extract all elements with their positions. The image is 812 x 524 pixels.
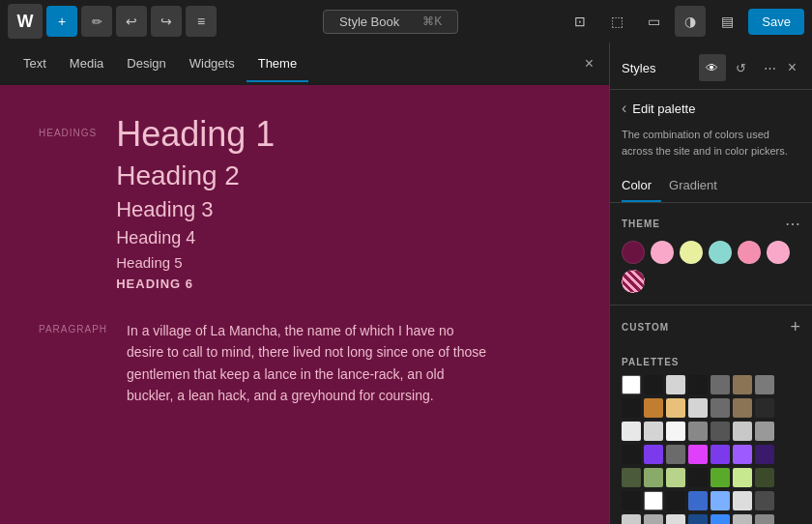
custom-label: CUSTOM [622, 322, 790, 333]
p5-c5[interactable] [710, 468, 730, 487]
p6-c4[interactable] [688, 491, 708, 510]
p2-c6[interactable] [733, 398, 752, 418]
gradient-tab[interactable]: Gradient [669, 170, 727, 202]
p6-c6[interactable] [733, 491, 752, 510]
p1-c6[interactable] [733, 375, 752, 394]
p1-c7[interactable] [755, 375, 774, 394]
sidebar-header: Styles 👁 ↺ ⋯ × [610, 43, 812, 90]
theme-swatch-pink2[interactable] [767, 241, 790, 264]
p4-c1[interactable] [622, 445, 641, 464]
theme-swatch-striped[interactable] [622, 270, 645, 293]
toolbar-right: ⊡ ⬚ ▭ ◑ ▤ Save [565, 6, 804, 37]
p2-c7[interactable] [755, 398, 774, 418]
color-tab[interactable]: Color [622, 170, 661, 202]
external-button[interactable]: ⬚ [601, 6, 632, 37]
p5-c3[interactable] [666, 468, 685, 487]
p5-c1[interactable] [622, 468, 641, 487]
p7-c1[interactable] [622, 514, 641, 524]
tab-widgets[interactable]: Widgets [178, 46, 246, 82]
p5-c4[interactable] [688, 468, 708, 487]
wordpress-logo[interactable]: W [8, 4, 43, 39]
preview-area: HEADINGS Heading 1 Heading 2 Heading 3 H… [0, 85, 609, 524]
tab-theme[interactable]: Theme [246, 46, 308, 82]
shortcut-key: ⌘K [422, 15, 442, 28]
p3-c3[interactable] [666, 422, 685, 441]
theme-menu-button[interactable]: ⋯ [785, 215, 800, 233]
headings-section: HEADINGS Heading 1 Heading 2 Heading 3 H… [39, 114, 570, 297]
tab-design[interactable]: Design [115, 46, 177, 82]
theme-swatch-dark[interactable] [622, 241, 645, 264]
p7-c5[interactable] [710, 514, 730, 524]
heading-6: HEADING 6 [116, 277, 275, 291]
p2-c5[interactable] [710, 398, 730, 418]
dark-mode-button[interactable]: ◑ [675, 6, 706, 37]
p5-c6[interactable] [733, 468, 752, 487]
undo-button[interactable]: ↩ [116, 6, 147, 37]
heading-5: Heading 5 [116, 254, 275, 271]
p4-c5[interactable] [710, 445, 730, 464]
theme-swatch-cyan[interactable] [709, 241, 732, 264]
add-block-button[interactable]: + [46, 6, 77, 37]
add-custom-button[interactable]: + [790, 317, 800, 337]
p1-c4[interactable] [688, 375, 708, 394]
eye-icon-button[interactable]: 👁 [699, 54, 726, 81]
p7-c7[interactable] [755, 514, 774, 524]
p2-c4[interactable] [688, 398, 708, 418]
p3-c6[interactable] [733, 422, 752, 441]
p6-c2[interactable] [644, 491, 663, 510]
p6-c5[interactable] [710, 491, 730, 510]
p7-c3[interactable] [666, 514, 685, 524]
p4-c4[interactable] [688, 445, 708, 464]
theme-label: THEME [622, 218, 785, 229]
mobile-button[interactable]: ▭ [638, 6, 669, 37]
theme-section-header: THEME ⋯ [622, 215, 800, 233]
palette-row-3 [622, 422, 800, 441]
tab-text[interactable]: Text [12, 46, 58, 82]
view-button[interactable]: ⊡ [565, 6, 595, 37]
edit-palette-title: Edit palette [632, 102, 695, 116]
p3-c1[interactable] [622, 422, 641, 441]
edit-palette-header: ‹ Edit palette [610, 90, 812, 127]
p2-c3[interactable] [666, 398, 685, 418]
tab-media[interactable]: Media [58, 46, 115, 82]
p1-c3[interactable] [666, 375, 685, 394]
right-sidebar: Styles 👁 ↺ ⋯ × ‹ Edit palette The combin… [609, 43, 812, 524]
p3-c2[interactable] [644, 422, 663, 441]
theme-swatch-yellow-green[interactable] [680, 241, 703, 264]
back-button[interactable]: ‹ [622, 100, 626, 117]
more-options-button[interactable]: ⋯ [757, 54, 784, 81]
p4-c3[interactable] [666, 445, 685, 464]
history-icon-button[interactable]: ↺ [728, 54, 755, 81]
p2-c2[interactable] [644, 398, 663, 418]
style-book-button[interactable]: Style Book ⌘K [323, 10, 458, 34]
p3-c7[interactable] [755, 422, 774, 441]
p2-c1[interactable] [622, 398, 641, 418]
tab-close-button[interactable]: × [581, 51, 597, 76]
theme-swatch-light-pink[interactable] [738, 241, 761, 264]
p6-c3[interactable] [666, 491, 685, 510]
p7-c2[interactable] [644, 514, 663, 524]
p4-c7[interactable] [755, 445, 774, 464]
redo-button[interactable]: ↪ [151, 6, 182, 37]
p1-c5[interactable] [710, 375, 730, 394]
p5-c2[interactable] [644, 468, 663, 487]
p6-c1[interactable] [622, 491, 641, 510]
sidebar-toggle-button[interactable]: ▤ [711, 6, 742, 37]
p7-c4[interactable] [688, 514, 708, 524]
palette-row-5 [622, 468, 800, 487]
p4-c2[interactable] [644, 445, 663, 464]
p6-c7[interactable] [755, 491, 774, 510]
save-button[interactable]: Save [748, 9, 804, 35]
paragraph-text: In a village of La Mancha, the name of w… [127, 320, 494, 407]
p7-c6[interactable] [733, 514, 752, 524]
p1-c1[interactable] [622, 375, 641, 394]
p3-c4[interactable] [688, 422, 708, 441]
p1-c2[interactable] [644, 375, 663, 394]
menu-button[interactable]: ≡ [186, 6, 217, 37]
sidebar-close-button[interactable]: × [784, 59, 800, 76]
p3-c5[interactable] [710, 422, 730, 441]
pencil-button[interactable]: ✏ [81, 6, 112, 37]
p4-c6[interactable] [733, 445, 752, 464]
theme-swatch-pink[interactable] [651, 241, 674, 264]
p5-c7[interactable] [755, 468, 774, 487]
